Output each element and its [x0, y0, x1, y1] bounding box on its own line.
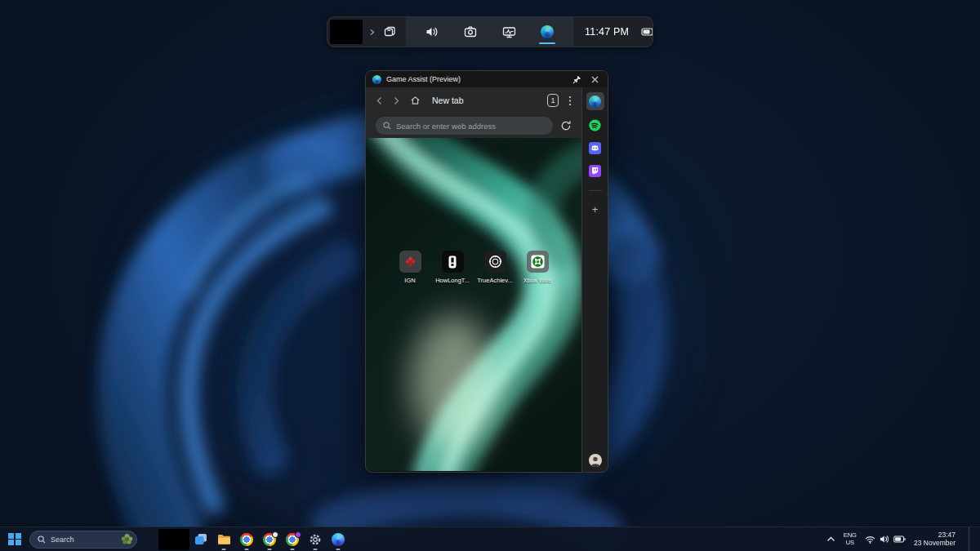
xbox-wire-icon [527, 251, 549, 273]
speaker-icon [880, 535, 889, 544]
chrome-icon [263, 533, 276, 546]
clock-date: 23 November [914, 540, 956, 548]
new-tab-page: IGN HowLongT... [366, 138, 581, 472]
quick-link-label: TrueAchiev... [477, 277, 512, 284]
avatar-icon [589, 454, 602, 467]
volume-icon [425, 26, 439, 38]
widgets-menu-button[interactable] [381, 17, 398, 47]
camera-icon [464, 26, 477, 38]
profile-badge [272, 531, 278, 538]
search-highlight-icon [120, 532, 134, 546]
quick-link-howlongtobeat[interactable]: HowLongT... [432, 251, 473, 284]
browser-pane: New tab 1 [366, 87, 581, 472]
chrome-icon [240, 533, 253, 546]
sidebar-spotify-tab[interactable] [586, 117, 604, 133]
language-indicator[interactable]: ENG US [844, 532, 857, 546]
gear-icon [309, 533, 322, 546]
menu-kebab-button[interactable] [568, 96, 572, 106]
taskbar-search-box[interactable]: Search [29, 531, 137, 549]
audio-widget-button[interactable] [424, 17, 440, 47]
taskbar-search-label: Search [51, 535, 74, 544]
taskbar: Search [0, 527, 980, 551]
refresh-button[interactable] [560, 120, 572, 131]
game-bar-widget-toggles [406, 17, 573, 47]
capture-widget-button[interactable] [462, 17, 479, 47]
expand-chevron-icon[interactable] [368, 29, 376, 36]
tab-counter-button[interactable]: 1 [547, 94, 559, 107]
search-icon [38, 535, 46, 544]
user-avatar[interactable] [589, 454, 602, 467]
chrome-button[interactable] [235, 527, 258, 551]
sidebar-discord-tab[interactable] [586, 140, 604, 156]
game-assist-widget-button[interactable] [539, 17, 555, 47]
quick-link-trueachievements[interactable]: TrueAchiev... [474, 251, 515, 284]
edge-browser-button[interactable] [327, 527, 350, 551]
language-line2: US [846, 540, 854, 547]
game-bar-left-section [327, 17, 406, 47]
sidebar-divider [589, 190, 602, 191]
trueachievements-icon [484, 251, 506, 273]
edge-icon [372, 75, 381, 84]
sidebar-edge-tab[interactable] [586, 92, 604, 110]
folder-icon [217, 534, 231, 545]
search-icon [383, 122, 391, 130]
chrome-profile3-button[interactable] [281, 527, 304, 551]
forward-button[interactable] [393, 96, 400, 105]
close-window-button[interactable] [588, 73, 601, 85]
hidden-icons-chevron[interactable] [826, 536, 835, 542]
ign-icon [399, 251, 421, 273]
edge-icon [541, 25, 554, 38]
profile-badge [295, 531, 301, 538]
close-icon [591, 76, 599, 83]
pin-icon [572, 75, 581, 84]
game-window-thumbnail[interactable] [330, 20, 363, 44]
discord-icon [589, 142, 601, 154]
chrome-icon [286, 533, 299, 546]
wifi-icon [865, 535, 875, 544]
browser-search-row [366, 113, 581, 138]
quick-link-label: IGN [404, 277, 415, 284]
quick-links-row: IGN HowLongT... [366, 251, 581, 284]
game-bar-right-section: 11:47 PM [573, 17, 653, 47]
window-title: Game Assist (Preview) [386, 75, 461, 83]
quick-link-ign[interactable]: IGN [390, 251, 430, 284]
settings-button[interactable] [304, 527, 327, 551]
quick-link-xbox-wire[interactable]: Xbox Wire [517, 251, 558, 284]
sidebar-add-app-button[interactable]: + [592, 204, 599, 215]
widgets-icon [383, 25, 396, 38]
page-title: New tab [432, 96, 464, 105]
quick-link-label: HowLongT... [435, 277, 470, 284]
game-bar: 11:47 PM [327, 16, 653, 47]
game-bar-clock: 11:47 PM [585, 26, 629, 38]
start-button[interactable] [8, 533, 21, 546]
show-desktop-button[interactable] [969, 527, 972, 551]
file-explorer-button[interactable] [212, 527, 235, 551]
performance-monitor-icon [502, 26, 516, 38]
sidebar-twitch-tab[interactable] [586, 162, 604, 179]
clock[interactable]: 23:47 23 November [914, 531, 956, 547]
battery-icon [641, 28, 653, 36]
home-button[interactable] [410, 96, 421, 105]
task-view-icon [194, 533, 207, 545]
browser-nav-row: New tab 1 [366, 87, 581, 113]
new-tab-wallpaper [366, 138, 581, 471]
back-button[interactable] [376, 96, 383, 105]
quick-link-label: Xbox Wire [523, 277, 552, 284]
assist-sidebar: + [581, 87, 608, 472]
task-view-button[interactable] [189, 527, 212, 551]
spotify-icon [589, 119, 601, 131]
edge-icon [332, 533, 345, 546]
pin-window-button[interactable] [570, 73, 583, 85]
performance-widget-button[interactable] [501, 17, 517, 47]
network-volume-battery[interactable] [865, 535, 906, 544]
system-tray: ENG US 23:47 23 November [826, 527, 975, 551]
game-assist-titlebar[interactable]: Game Assist (Preview) [366, 71, 608, 87]
address-bar[interactable] [376, 117, 553, 135]
twitch-icon [589, 165, 601, 177]
edge-icon [589, 96, 601, 108]
taskbar-game-window-button[interactable] [158, 529, 189, 550]
game-assist-window: Game Assist (Preview) [365, 70, 608, 473]
chrome-profile2-button[interactable] [258, 527, 281, 551]
battery-icon [893, 535, 906, 543]
address-input[interactable] [396, 122, 546, 131]
